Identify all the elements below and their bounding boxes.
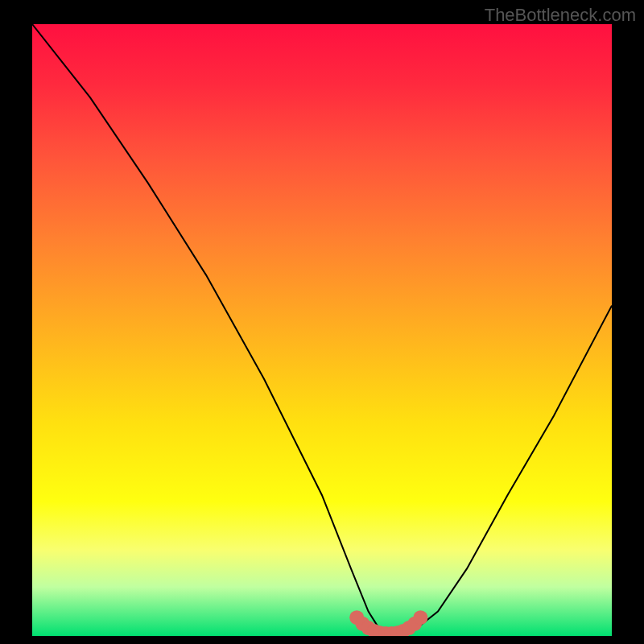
chart-panel [32,24,612,636]
chart-curve [32,24,612,636]
chart-overlay-svg [32,24,612,636]
chart-markers [349,610,427,636]
chart-marker [413,610,427,625]
watermark-text: TheBottleneck.com [485,5,636,26]
